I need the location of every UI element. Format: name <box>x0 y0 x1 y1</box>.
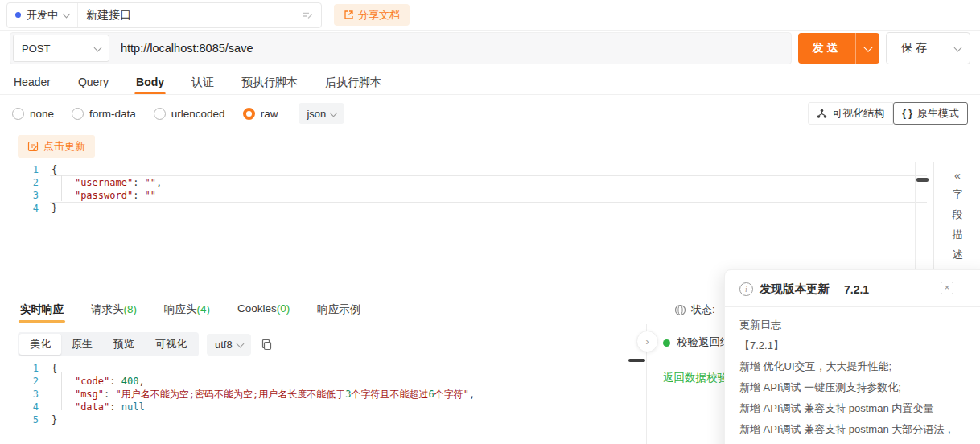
changelog-line: 【7.2.1】 <box>739 338 974 353</box>
green-dot-icon <box>663 339 670 347</box>
line-number: 4 <box>0 401 51 413</box>
tab-实时响应[interactable]: 实时响应 <box>19 294 65 323</box>
status-label: 开发中 <box>27 8 58 23</box>
save-label[interactable]: 保存 <box>887 33 945 64</box>
encoding-label: utf8 <box>215 339 233 351</box>
line-number: 1 <box>0 362 51 375</box>
tab-后执行脚本[interactable]: 后执行脚本 <box>323 68 383 94</box>
radio-circle-icon <box>12 108 24 120</box>
code-text: { <box>51 362 57 375</box>
update-row: 点击更新 <box>18 135 95 158</box>
radio-form-data[interactable]: form-data <box>72 108 136 120</box>
tab-Cookies[interactable]: Cookies(0) <box>236 294 291 323</box>
request-tabs: HeaderQueryBody认证预执行脚本后执行脚本 <box>0 68 980 95</box>
method-label: POST <box>22 43 50 55</box>
code-text: "msg": "用户名不能为空;密码不能为空;用户名长度不能低于3个字符且不能超… <box>51 388 475 401</box>
code-line: 3 "password": "" <box>0 189 980 202</box>
code-text: "code": 400, <box>51 375 145 388</box>
save-button[interactable]: 保存 <box>886 32 970 64</box>
tab-响应示例[interactable]: 响应示例 <box>315 294 362 323</box>
scrollbar-thumb[interactable] <box>628 359 645 362</box>
chevron-down-icon <box>330 109 338 117</box>
visual-structure-button[interactable]: 可视化结构 <box>808 102 893 125</box>
tab-Body[interactable]: Body <box>134 68 166 94</box>
response-code-lines: 1{2 "code": 400,3 "msg": "用户名不能为空;密码不能为空… <box>0 359 646 426</box>
status-dot-icon <box>15 12 21 18</box>
view-预览[interactable]: 预览 <box>103 334 145 355</box>
field-label-char: 述 <box>934 248 980 262</box>
copy-button[interactable] <box>261 339 273 351</box>
changelog-line: 新增 API调试 兼容支持 postman 内置变量 <box>739 401 974 416</box>
radio-label-form-data: form-data <box>89 108 136 120</box>
field-description-label: 字段描述 <box>934 187 980 262</box>
field-label-char: 字 <box>934 187 980 202</box>
method-dropdown[interactable]: POST <box>13 35 109 62</box>
line-number: 3 <box>0 388 51 401</box>
click-update-button[interactable]: 点击更新 <box>18 135 95 158</box>
view-原生[interactable]: 原生 <box>61 334 103 355</box>
collapse-panel-icon[interactable]: « <box>934 169 980 182</box>
raw-mode-button[interactable]: { } 原生模式 <box>893 102 968 125</box>
radio-urlencoded[interactable]: urlencoded <box>154 108 225 120</box>
api-name-group: 开发中 新建接口 <box>6 2 322 28</box>
click-update-label: 点击更新 <box>43 139 85 154</box>
response-status: 状态: <box>674 302 715 317</box>
send-dropdown[interactable] <box>856 33 879 64</box>
status-dropdown[interactable]: 开发中 <box>7 3 78 27</box>
raw-format-dropdown[interactable]: json <box>299 103 344 124</box>
code-text: "data": null <box>51 401 145 413</box>
radio-none[interactable]: none <box>12 108 54 120</box>
view-美化[interactable]: 美化 <box>19 334 61 355</box>
field-label-char: 描 <box>934 228 980 242</box>
radio-circle-icon <box>72 108 84 120</box>
code-line: 5} <box>0 413 646 426</box>
code-line: 3 "msg": "用户名不能为空;密码不能为空;用户名长度不能低于3个字符且不… <box>0 388 646 401</box>
tab-请求头[interactable]: 请求头(8) <box>89 294 138 323</box>
tab-预执行脚本[interactable]: 预执行脚本 <box>240 68 299 94</box>
tab-响应头[interactable]: 响应头(4) <box>163 294 212 323</box>
radio-circle-icon <box>154 108 166 120</box>
editor-scrollbar-thumb[interactable] <box>916 178 929 182</box>
braces-icon: { } <box>902 108 912 119</box>
url-input[interactable]: http://localhost:8085/save <box>121 42 253 55</box>
radio-raw[interactable]: raw <box>243 108 278 120</box>
tab-Query[interactable]: Query <box>76 68 110 94</box>
edit-icon[interactable] <box>302 10 313 21</box>
radio-label-raw: raw <box>261 108 278 120</box>
document-edit-icon <box>27 141 39 152</box>
body-type-row: noneform-dataurlencodedraw json 可视化结构 { … <box>12 101 968 125</box>
share-doc-button[interactable]: 分享文档 <box>334 4 410 26</box>
view-可视化[interactable]: 可视化 <box>145 334 197 355</box>
share-doc-label: 分享文档 <box>358 8 400 23</box>
field-label-char: 段 <box>934 208 980 222</box>
radio-label-urlencoded: urlencoded <box>171 108 225 120</box>
raw-format-label: json <box>307 108 326 120</box>
request-code-lines: 1{2 "username": "",3 "password": ""4} <box>0 162 980 215</box>
tab-认证[interactable]: 认证 <box>190 68 216 94</box>
response-body-editor[interactable]: 1{2 "code": 400,3 "msg": "用户名不能为空;密码不能为空… <box>0 359 646 444</box>
share-icon <box>344 10 354 20</box>
response-toolbar: 美化原生预览可视化 utf8 <box>18 332 273 356</box>
editor-mode-group: 可视化结构 { } 原生模式 <box>808 102 968 125</box>
code-line: 1{ <box>0 362 646 375</box>
globe-icon <box>674 304 686 316</box>
line-number: 5 <box>0 413 51 426</box>
code-line: 2 "username": "", <box>0 176 980 189</box>
changelog-line: 新增 API调试 一键压测支持参数化; <box>739 380 974 395</box>
chevron-down-icon <box>863 43 872 51</box>
changelog-line: 新增 API调试 兼容支持 postman 大部分语法， <box>739 421 974 437</box>
view-segmented-control: 美化原生预览可视化 <box>18 332 199 356</box>
collapse-handle[interactable]: › <box>636 331 658 352</box>
top-bar: 开发中 新建接口 分享文档 <box>0 0 980 31</box>
send-button[interactable]: 发送 <box>798 33 879 64</box>
send-label[interactable]: 发送 <box>798 33 856 64</box>
code-text: } <box>51 202 57 215</box>
api-name-input[interactable]: 新建接口 <box>78 8 302 23</box>
tab-Header[interactable]: Header <box>12 68 52 94</box>
line-number: 1 <box>0 163 51 176</box>
status-text: 状态: <box>691 302 715 317</box>
save-dropdown[interactable] <box>945 33 970 64</box>
close-icon[interactable]: × <box>941 282 953 294</box>
code-line: 4 "data": null <box>0 401 646 413</box>
encoding-dropdown[interactable]: utf8 <box>207 334 251 356</box>
